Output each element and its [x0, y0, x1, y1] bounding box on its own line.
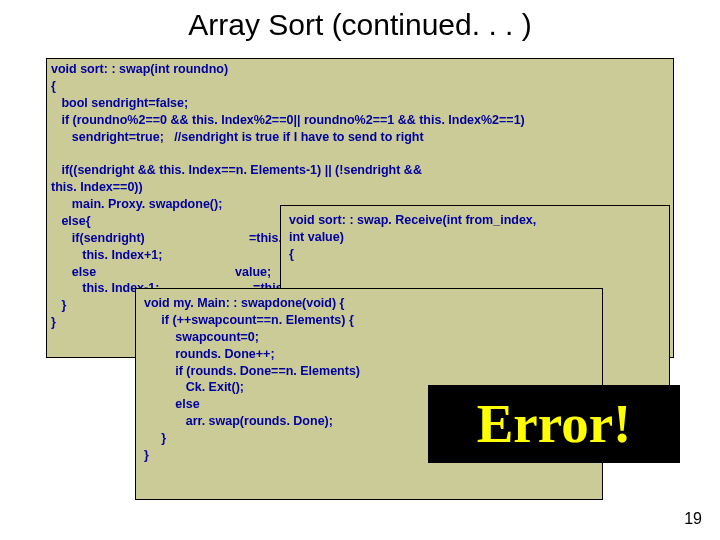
- error-callout: Error!: [428, 385, 680, 463]
- slide-title: Array Sort (continued. . . ): [0, 0, 720, 50]
- page-number: 19: [684, 510, 702, 528]
